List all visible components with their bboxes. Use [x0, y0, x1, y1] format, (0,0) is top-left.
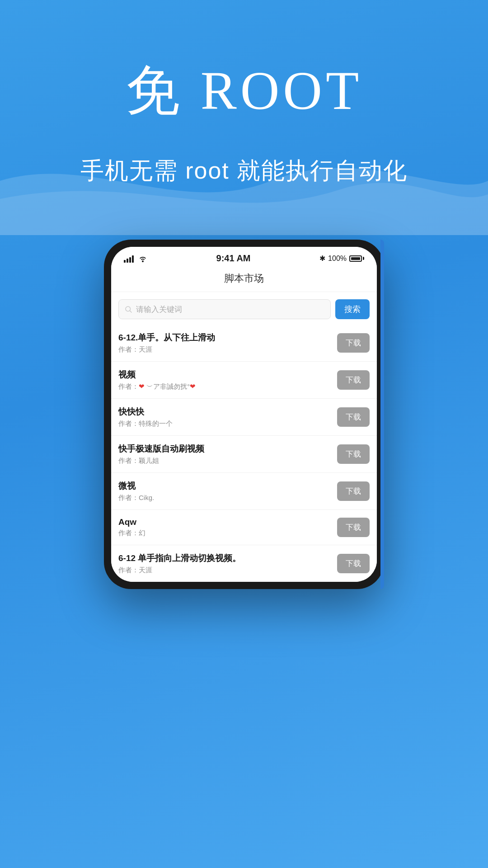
search-icon — [124, 305, 132, 313]
app-title: 脚本市场 — [224, 273, 264, 284]
download-button[interactable]: 下载 — [337, 554, 370, 573]
download-button[interactable]: 下载 — [337, 444, 370, 464]
hero-title: 免 ROOT — [0, 54, 488, 128]
battery-percent: 100% — [328, 255, 347, 263]
status-time: 9:41 AM — [216, 253, 251, 264]
hero-subtitle: 手机无需 root 就能执行自动化 — [0, 155, 488, 187]
download-button[interactable]: 下载 — [337, 518, 370, 537]
svg-line-1 — [130, 311, 131, 312]
script-author: 作者：Cikg. — [118, 494, 337, 502]
status-left — [124, 255, 147, 263]
download-button[interactable]: 下载 — [337, 407, 370, 427]
script-name: 快手极速版自动刷视频 — [118, 443, 337, 455]
script-info: 微视 作者：Cikg. — [118, 480, 337, 502]
wifi-icon — [138, 255, 147, 262]
download-button[interactable]: 下载 — [337, 333, 370, 353]
search-button[interactable]: 搜索 — [335, 299, 370, 319]
list-item: 微视 作者：Cikg. 下载 — [111, 473, 377, 510]
script-name: 6-12.单手。从下往上滑动 — [118, 332, 337, 344]
script-name: 快快快 — [118, 406, 337, 418]
script-info: 视频 作者：❤ ︶ア非誠勿扰°❤ — [118, 369, 337, 391]
search-input-wrap[interactable]: 请输入关键词 — [118, 299, 331, 319]
script-info: 快手极速版自动刷视频 作者：颖儿姐 — [118, 443, 337, 465]
script-author: 作者：❤ ︶ア非誠勿扰°❤ — [118, 382, 337, 391]
list-item: 快手极速版自动刷视频 作者：颖儿姐 下载 — [111, 436, 377, 473]
script-info: 6-12.单手。从下往上滑动 作者：天涯 — [118, 332, 337, 354]
search-area: 请输入关键词 搜索 — [111, 292, 377, 325]
script-info: Aqw 作者：幻 — [118, 517, 337, 538]
download-button[interactable]: 下载 — [337, 481, 370, 501]
script-name: 视频 — [118, 369, 337, 381]
battery-icon — [349, 255, 364, 262]
script-list: 6-12.单手。从下往上滑动 作者：天涯 下载 视频 作者：❤ ︶ア非誠勿扰°❤… — [111, 325, 377, 582]
list-item: Aqw 作者：幻 下载 — [111, 510, 377, 545]
hero-section: 免 ROOT 手机无需 root 就能执行自动化 — [0, 0, 488, 187]
list-item: 视频 作者：❤ ︶ア非誠勿扰°❤ 下载 — [111, 362, 377, 399]
script-author: 作者：幻 — [118, 529, 337, 538]
status-bar: 9:41 AM ✱ 100% — [111, 247, 377, 267]
phone-frame: 9:41 AM ✱ 100% 脚本市场 — [104, 240, 384, 589]
script-author: 作者：颖儿姐 — [118, 457, 337, 465]
list-item: 快快快 作者：特殊的一个 下载 — [111, 399, 377, 436]
download-button[interactable]: 下载 — [337, 370, 370, 390]
app-header: 脚本市场 — [111, 267, 377, 292]
script-name: 微视 — [118, 480, 337, 492]
script-info: 快快快 作者：特殊的一个 — [118, 406, 337, 428]
svg-point-0 — [126, 307, 131, 311]
search-placeholder: 请输入关键词 — [136, 304, 182, 315]
script-name: Aqw — [118, 517, 337, 527]
signal-icon — [124, 255, 134, 263]
script-name: 6-12 单手指向上滑动切换视频。 — [118, 552, 337, 564]
script-author: 作者：天涯 — [118, 345, 337, 354]
list-item: 6-12.单手。从下往上滑动 作者：天涯 下载 — [111, 325, 377, 362]
script-info: 6-12 单手指向上滑动切换视频。 作者：天涯 — [118, 552, 337, 575]
phone-mockup: 9:41 AM ✱ 100% 脚本市场 — [104, 240, 384, 589]
status-right: ✱ 100% — [319, 254, 364, 263]
list-item: 6-12 单手指向上滑动切换视频。 作者：天涯 下载 — [111, 545, 377, 582]
phone-screen: 9:41 AM ✱ 100% 脚本市场 — [111, 247, 377, 582]
script-author: 作者：天涯 — [118, 566, 337, 575]
script-author: 作者：特殊的一个 — [118, 420, 337, 428]
bluetooth-icon: ✱ — [319, 254, 325, 263]
